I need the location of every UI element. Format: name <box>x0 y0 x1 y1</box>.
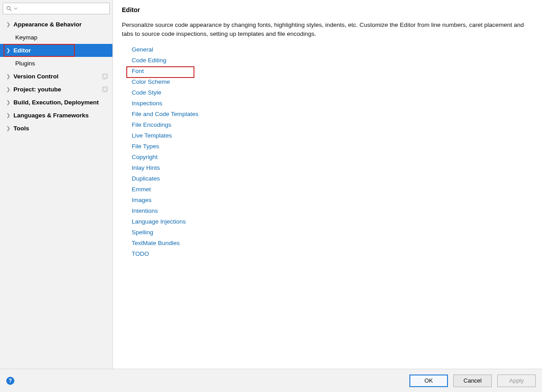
settings-link-intentions[interactable]: Intentions <box>132 206 533 216</box>
ok-button[interactable]: OK <box>409 375 448 387</box>
sidebar-item-build-execution-deployment[interactable]: ❯Build, Execution, Deployment <box>0 96 112 109</box>
settings-link-live-templates[interactable]: Live Templates <box>132 130 533 141</box>
settings-link-file-and-code-templates[interactable]: File and Code Templates <box>132 109 533 120</box>
sidebar-item-editor[interactable]: ❯Editor <box>0 44 112 57</box>
settings-link-file-types[interactable]: File Types <box>132 141 533 152</box>
settings-link-duplicates[interactable]: Duplicates <box>132 173 533 184</box>
settings-link-textmate-bundles[interactable]: TextMate Bundles <box>132 238 533 249</box>
settings-sublinks: GeneralCode EditingFontColor SchemeCode … <box>122 44 533 259</box>
chevron-right-icon: ❯ <box>6 48 13 53</box>
sidebar-item-version-control[interactable]: ❯Version Control <box>0 70 112 83</box>
svg-line-1 <box>10 9 12 11</box>
svg-point-0 <box>7 6 10 9</box>
sidebar-item-label: Build, Execution, Deployment <box>13 99 99 106</box>
settings-link-emmet[interactable]: Emmet <box>132 184 533 195</box>
settings-link-todo[interactable]: TODO <box>132 249 533 259</box>
settings-link-code-editing[interactable]: Code Editing <box>132 55 533 66</box>
settings-link-general[interactable]: General <box>132 44 533 55</box>
settings-link-language-injections[interactable]: Language Injections <box>132 216 533 227</box>
sidebar-item-languages-frameworks[interactable]: ❯Languages & Frameworks <box>0 109 112 122</box>
sidebar-item-label: Appearance & Behavior <box>13 21 82 28</box>
dialog-footer: ? OK Cancel Apply <box>0 369 542 392</box>
sidebar-item-label: Languages & Frameworks <box>13 112 89 119</box>
apply-button: Apply <box>497 375 536 387</box>
settings-link-code-style[interactable]: Code Style <box>132 87 533 98</box>
sidebar-item-plugins[interactable]: Plugins <box>0 57 112 70</box>
sidebar-item-label: Version Control <box>13 73 59 80</box>
settings-link-images[interactable]: Images <box>132 195 533 206</box>
sidebar-item-keymap[interactable]: Keymap <box>0 31 112 44</box>
project-scope-icon <box>102 86 108 93</box>
search-input[interactable] <box>19 5 107 12</box>
chevron-down-icon <box>14 7 17 10</box>
settings-link-file-encodings[interactable]: File Encodings <box>132 120 533 130</box>
settings-search[interactable] <box>3 3 110 14</box>
project-scope-icon <box>102 73 108 80</box>
settings-link-font[interactable]: Font <box>132 66 533 77</box>
settings-link-spelling[interactable]: Spelling <box>132 227 533 238</box>
sidebar-item-tools[interactable]: ❯Tools <box>0 122 112 135</box>
page-title: Editor <box>122 6 533 13</box>
help-button[interactable]: ? <box>6 377 14 385</box>
cancel-button[interactable]: Cancel <box>453 375 492 387</box>
settings-link-copyright[interactable]: Copyright <box>132 152 533 163</box>
sidebar-item-appearance-behavior[interactable]: ❯Appearance & Behavior <box>0 18 112 31</box>
chevron-right-icon: ❯ <box>6 100 13 105</box>
settings-link-inspections[interactable]: Inspections <box>132 98 533 109</box>
settings-link-color-scheme[interactable]: Color Scheme <box>132 77 533 87</box>
settings-tree: ❯Appearance & BehaviorKeymap❯EditorPlugi… <box>0 17 112 369</box>
settings-link-inlay-hints[interactable]: Inlay Hints <box>132 163 533 173</box>
chevron-right-icon: ❯ <box>6 22 13 27</box>
sidebar-item-label: Editor <box>13 47 31 54</box>
settings-sidebar: ❯Appearance & BehaviorKeymap❯EditorPlugi… <box>0 0 113 369</box>
chevron-right-icon: ❯ <box>6 87 13 92</box>
chevron-right-icon: ❯ <box>6 74 13 79</box>
sidebar-item-label: Tools <box>13 125 29 132</box>
sidebar-item-label: Keymap <box>15 34 38 41</box>
sidebar-item-label: Project: youtube <box>13 86 61 93</box>
sidebar-item-label: Plugins <box>15 60 35 67</box>
chevron-right-icon: ❯ <box>6 113 13 118</box>
sidebar-item-project-youtube[interactable]: ❯Project: youtube <box>0 83 112 96</box>
page-description: Personalize source code appearance by ch… <box>122 21 533 38</box>
chevron-right-icon: ❯ <box>6 126 13 131</box>
settings-content: Editor Personalize source code appearanc… <box>113 0 542 369</box>
search-icon <box>6 5 12 12</box>
